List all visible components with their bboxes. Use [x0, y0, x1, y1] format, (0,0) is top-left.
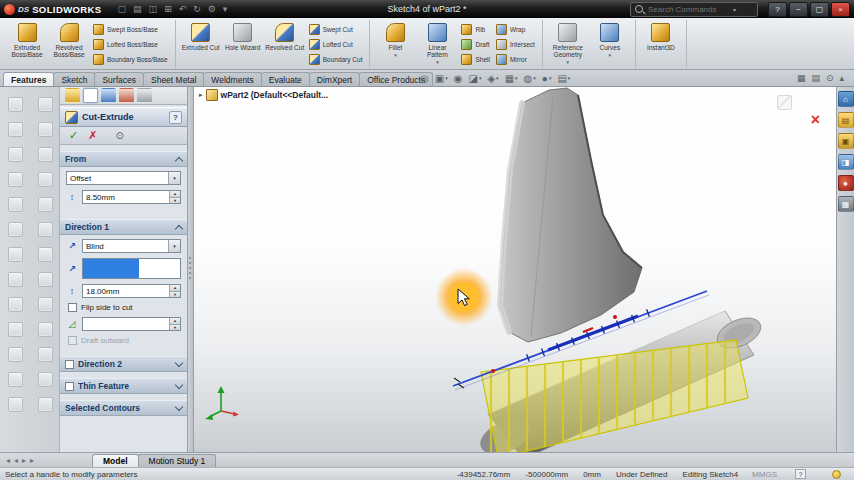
draft-angle-field[interactable]: ▲▼: [82, 317, 181, 331]
configuration-manager-tab[interactable]: [101, 88, 116, 103]
maximize-button[interactable]: ▢: [810, 2, 829, 17]
print-icon[interactable]: ⊞: [164, 4, 172, 14]
curves-button[interactable]: Curves ▾: [590, 20, 630, 68]
edit-appearance-icon[interactable]: ●▾: [542, 73, 552, 84]
cancel-sketch-icon[interactable]: ×: [811, 113, 820, 127]
direction-reference-box[interactable]: [82, 258, 181, 279]
swept-cut-button[interactable]: Swept Cut: [309, 24, 363, 35]
hide-show-items-icon[interactable]: ◍▾: [524, 73, 536, 84]
orientation-triad[interactable]: [205, 386, 239, 420]
view-palette-icon[interactable]: ◨: [838, 154, 854, 170]
instant3d-button[interactable]: Instant3D: [641, 20, 681, 68]
tab-weldments[interactable]: Weldments: [203, 72, 261, 86]
draft-button[interactable]: Draft: [461, 39, 489, 50]
tab-features[interactable]: Features: [3, 72, 54, 86]
sketch-point[interactable]: [491, 369, 495, 373]
status-tip-icon[interactable]: [832, 470, 841, 479]
direction2-checkbox[interactable]: [65, 360, 74, 369]
thin-feature-checkbox[interactable]: [65, 382, 74, 391]
from-condition-combo[interactable]: Offset ▾: [66, 171, 181, 185]
pm-ok-button[interactable]: ✓: [69, 129, 78, 142]
design-library-icon[interactable]: ▤: [838, 112, 854, 128]
scroll-right-icon[interactable]: ▸: [22, 456, 26, 465]
view-orientation-icon[interactable]: ◈▾: [487, 73, 498, 84]
save-icon[interactable]: ◫: [149, 4, 158, 14]
show-panes-icon[interactable]: ▦: [797, 73, 806, 83]
scroll-left-icon[interactable]: ◂: [6, 456, 10, 465]
resources-icon[interactable]: ⌂: [838, 91, 854, 107]
pin-commandmanager-icon[interactable]: ⊙: [826, 73, 834, 83]
toolbar-icon[interactable]: [38, 222, 53, 237]
spinner-arrows[interactable]: ▲▼: [169, 191, 180, 203]
dropdown-caret-icon[interactable]: ▾: [567, 60, 570, 65]
tab-dimxpert[interactable]: DimXpert: [309, 72, 360, 86]
display-manager-tab[interactable]: [137, 88, 152, 103]
search-commands-box[interactable]: ▾: [630, 2, 758, 17]
tab-sketch[interactable]: Sketch: [53, 72, 95, 86]
units-indicator[interactable]: MMGS: [752, 470, 777, 479]
section-from-header[interactable]: From: [60, 151, 187, 167]
intersect-button[interactable]: Intersect: [496, 39, 535, 50]
tab-sheet-metal[interactable]: Sheet Metal: [143, 72, 204, 86]
search-input[interactable]: [646, 4, 730, 15]
toolbar-icon[interactable]: [38, 97, 53, 112]
toolbar-icon[interactable]: [8, 272, 23, 287]
reference-geometry-button[interactable]: Reference Geometry ▾: [548, 20, 588, 68]
toolbar-icon[interactable]: [8, 122, 23, 137]
section-selected-contours-header[interactable]: Selected Contours: [60, 400, 187, 416]
custom-properties-icon[interactable]: ▦: [838, 196, 854, 212]
toolbar-icon[interactable]: [38, 147, 53, 162]
scroll-left-icon[interactable]: ◂: [14, 456, 18, 465]
file-explorer-icon[interactable]: ▣: [838, 133, 854, 149]
rib-button[interactable]: Rib: [461, 24, 489, 35]
toolbar-icon[interactable]: [38, 122, 53, 137]
scroll-right-icon[interactable]: ▸: [30, 456, 34, 465]
flip-side-checkbox[interactable]: [68, 303, 77, 312]
toolbar-icon[interactable]: [38, 247, 53, 262]
toolbar-icon[interactable]: [38, 272, 53, 287]
spinner-arrows[interactable]: ▲▼: [169, 318, 180, 330]
appearances-icon[interactable]: ●: [838, 175, 854, 191]
tab-surfaces[interactable]: Surfaces: [94, 72, 144, 86]
toolbar-icon[interactable]: [8, 197, 23, 212]
toolbar-icon[interactable]: [38, 372, 53, 387]
section-direction1-header[interactable]: Direction 1: [60, 219, 187, 235]
toolbar-icon[interactable]: [8, 322, 23, 337]
boundary-boss-base-button[interactable]: Boundary Boss/Base: [93, 54, 168, 65]
open-icon[interactable]: ▤: [133, 4, 142, 14]
quick-tips-help-icon[interactable]: ?: [795, 469, 806, 479]
minimize-button[interactable]: −: [789, 2, 808, 17]
sketch-point[interactable]: [613, 315, 617, 319]
graphics-viewport[interactable]: ▸ wPart2 (Default<<Default... ×: [193, 87, 836, 452]
toolbar-icon[interactable]: [8, 347, 23, 362]
feature-tree-flyout[interactable]: ▸ wPart2 (Default<<Default...: [199, 89, 328, 101]
splitter-grip[interactable]: [189, 257, 191, 279]
toolbar-icon[interactable]: [8, 147, 23, 162]
zoom-area-icon[interactable]: ▣▾: [435, 73, 448, 84]
extruded-cut-button[interactable]: Extruded Cut: [181, 20, 221, 68]
dropdown-caret-icon[interactable]: ▾: [609, 53, 612, 58]
tree-expander-icon[interactable]: ▸: [199, 91, 203, 99]
cut-preview[interactable]: [481, 340, 748, 452]
toolbar-icon[interactable]: [8, 297, 23, 312]
exit-sketch-indicator-icon[interactable]: [777, 95, 792, 110]
pm-preview-eye-icon[interactable]: ⊙: [115, 130, 123, 141]
toolbar-icon[interactable]: [8, 397, 23, 412]
toolbar-icon[interactable]: [38, 197, 53, 212]
linear-pattern-button[interactable]: Linear Pattern ▾: [417, 20, 457, 68]
section-view-icon[interactable]: ◪▾: [468, 73, 481, 84]
revolved-boss-base-button[interactable]: Revolved Boss/Base: [49, 20, 89, 68]
combo-arrow-icon[interactable]: ▾: [168, 172, 180, 184]
end-condition-combo[interactable]: Blind ▾: [82, 239, 181, 253]
toolbar-icon[interactable]: [38, 347, 53, 362]
undo-icon[interactable]: ↶: [179, 4, 187, 14]
toolbar-icon[interactable]: [8, 97, 23, 112]
combo-arrow-icon[interactable]: ▾: [168, 240, 180, 252]
model-tab[interactable]: Model: [92, 454, 139, 467]
toolbar-icon[interactable]: [38, 397, 53, 412]
toolbar-icon[interactable]: [38, 172, 53, 187]
toolbar-icon[interactable]: [8, 222, 23, 237]
toolbar-icon[interactable]: [38, 297, 53, 312]
viewport-canvas[interactable]: [193, 87, 836, 452]
section-direction2-header[interactable]: Direction 2: [60, 356, 187, 372]
